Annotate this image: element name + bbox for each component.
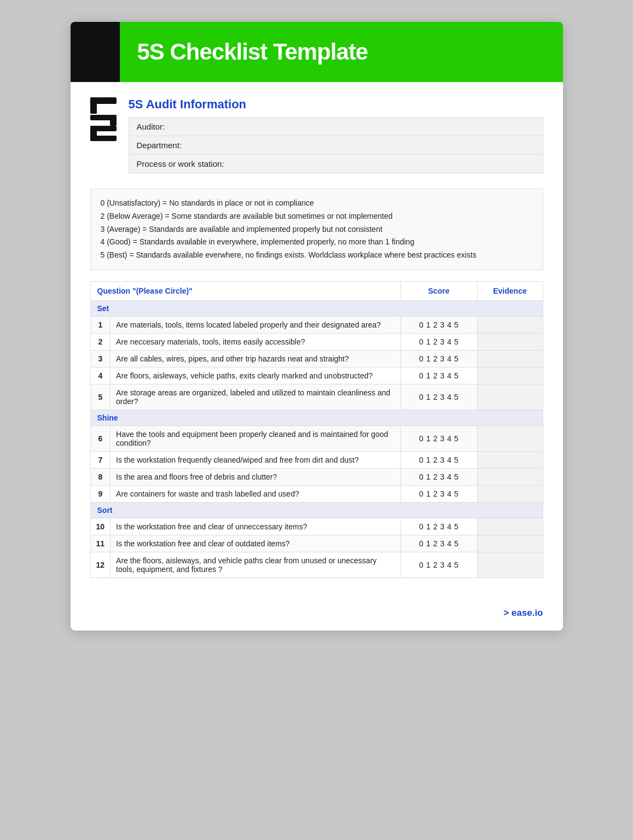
score-number[interactable]: 1: [426, 371, 431, 380]
score-number[interactable]: 1: [426, 489, 431, 498]
score-number[interactable]: 3: [440, 456, 445, 464]
score-number[interactable]: 3: [440, 539, 445, 548]
score-number[interactable]: 0: [419, 522, 423, 531]
score-number[interactable]: 4: [447, 337, 451, 346]
score-number[interactable]: 0: [419, 456, 423, 464]
score-number[interactable]: 2: [433, 320, 438, 329]
score-number[interactable]: 5: [454, 456, 458, 464]
score-number[interactable]: 2: [433, 434, 438, 443]
score-number[interactable]: 3: [440, 489, 445, 498]
row-number: 5: [90, 384, 111, 410]
score-number[interactable]: 1: [426, 456, 431, 464]
score-number[interactable]: 3: [440, 561, 445, 569]
score-number[interactable]: 1: [426, 320, 431, 329]
score-number[interactable]: 4: [447, 522, 451, 531]
score-number[interactable]: 5: [454, 472, 458, 481]
score-number[interactable]: 4: [447, 561, 451, 569]
row-number: 1: [90, 316, 111, 333]
score-number[interactable]: 1: [426, 522, 431, 531]
score-number[interactable]: 0: [419, 371, 423, 380]
score-number[interactable]: 3: [440, 434, 445, 443]
table-row: 8Is the area and floors free of debris a…: [90, 468, 543, 485]
score-number[interactable]: 1: [426, 337, 431, 346]
row-question: Is the workstation free and clear of unn…: [111, 518, 400, 535]
row-score: 012345: [400, 350, 477, 367]
score-number[interactable]: 0: [419, 489, 423, 498]
score-number[interactable]: 5: [454, 354, 458, 363]
group-label: Sort: [90, 502, 543, 518]
score-number[interactable]: 1: [426, 434, 431, 443]
score-number[interactable]: 2: [433, 337, 438, 346]
score-number[interactable]: 5: [454, 337, 458, 346]
score-number[interactable]: 0: [419, 354, 423, 363]
row-question: Is the workstation free and clear of out…: [111, 535, 400, 552]
row-number: 8: [90, 468, 111, 485]
table-header-row: Question "(Please Circle)" Score Evidenc…: [90, 281, 543, 300]
auditor-label: Auditor:: [129, 118, 543, 136]
score-number[interactable]: 2: [433, 393, 438, 401]
score-number[interactable]: 0: [419, 434, 423, 443]
group-label: Shine: [90, 410, 543, 425]
audit-info-section: 5S Audit Information Auditor: Department…: [129, 97, 543, 183]
score-number[interactable]: 1: [426, 539, 431, 548]
score-number[interactable]: 5: [454, 539, 458, 548]
score-number[interactable]: 0: [419, 561, 423, 569]
score-number[interactable]: 5: [454, 522, 458, 531]
score-number[interactable]: 5: [454, 371, 458, 380]
score-number[interactable]: 5: [454, 434, 458, 443]
department-label: Department:: [129, 136, 543, 155]
score-number[interactable]: 2: [433, 561, 438, 569]
score-number[interactable]: 3: [440, 371, 445, 380]
score-number[interactable]: 1: [426, 472, 431, 481]
score-number[interactable]: 5: [454, 320, 458, 329]
legend-line-3: 3 (Average) = Standards are available an…: [101, 223, 533, 236]
table-row: 7Is the workstation frequently cleaned/w…: [90, 451, 543, 468]
score-number[interactable]: 4: [447, 472, 451, 481]
row-score: 012345: [400, 535, 477, 552]
score-number[interactable]: 0: [419, 393, 423, 401]
score-number[interactable]: 4: [447, 489, 451, 498]
score-number[interactable]: 3: [440, 472, 445, 481]
score-number[interactable]: 3: [440, 320, 445, 329]
score-number[interactable]: 2: [433, 472, 438, 481]
score-number[interactable]: 2: [433, 354, 438, 363]
score-number[interactable]: 4: [447, 320, 451, 329]
score-number[interactable]: 5: [454, 561, 458, 569]
row-score: 012345: [400, 485, 477, 502]
score-number[interactable]: 3: [440, 337, 445, 346]
score-number[interactable]: 0: [419, 472, 423, 481]
row-score: 012345: [400, 333, 477, 350]
score-number[interactable]: 4: [447, 434, 451, 443]
score-number[interactable]: 4: [447, 354, 451, 363]
row-question: Is the area and floors free of debris an…: [111, 468, 400, 485]
score-number[interactable]: 5: [454, 393, 458, 401]
ease-logo-icon: [90, 97, 117, 147]
row-question: Are storage areas are organized, labeled…: [111, 384, 400, 410]
score-number[interactable]: 2: [433, 539, 438, 548]
score-number[interactable]: 2: [433, 456, 438, 464]
row-question: Is the workstation frequently cleaned/wi…: [111, 451, 400, 468]
score-number[interactable]: 3: [440, 522, 445, 531]
row-number: 11: [90, 535, 111, 552]
row-number: 10: [90, 518, 111, 535]
score-number[interactable]: 5: [454, 489, 458, 498]
score-number[interactable]: 4: [447, 393, 451, 401]
score-number[interactable]: 1: [426, 561, 431, 569]
score-number[interactable]: 3: [440, 354, 445, 363]
score-number[interactable]: 2: [433, 489, 438, 498]
legend-line-4: 4 (Good) = Standards available in everyw…: [101, 236, 533, 249]
score-number[interactable]: 3: [440, 393, 445, 401]
score-number[interactable]: 2: [433, 522, 438, 531]
score-number[interactable]: 1: [426, 354, 431, 363]
table-row: 3Are all cables, wires, pipes, and other…: [90, 350, 543, 367]
score-number[interactable]: 0: [419, 320, 423, 329]
legend-line-2: 2 (Below Average) = Some standards are a…: [101, 210, 533, 223]
score-number[interactable]: 1: [426, 393, 431, 401]
score-number[interactable]: 4: [447, 456, 451, 464]
score-number[interactable]: 4: [447, 371, 451, 380]
score-number[interactable]: 0: [419, 539, 423, 548]
score-number[interactable]: 0: [419, 337, 423, 346]
row-question: Have the tools and equipment been proper…: [111, 425, 400, 451]
score-number[interactable]: 4: [447, 539, 451, 548]
score-number[interactable]: 2: [433, 371, 438, 380]
